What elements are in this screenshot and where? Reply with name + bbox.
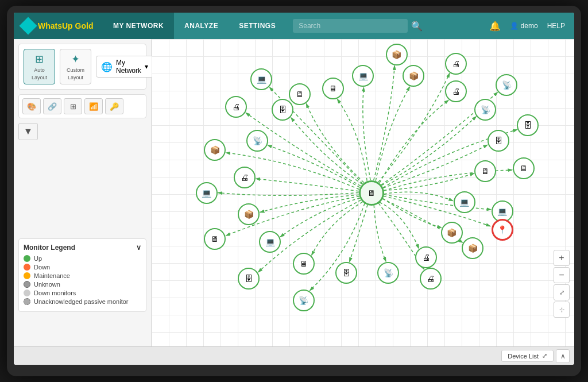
zoom-in-button[interactable]: +	[554, 250, 570, 266]
nav-logo: WhatsUp Gold	[14, 13, 103, 39]
node-icon: 🖨	[452, 87, 460, 96]
network-node-center[interactable]: 🖥	[359, 180, 384, 206]
network-node[interactable]: 📡	[293, 290, 315, 311]
select-area-button[interactable]: ⊹	[554, 302, 570, 318]
node-icon: 🗄	[494, 136, 502, 145]
monitor-legend: Monitor Legend ∨ Up Down Maintenance	[18, 238, 146, 312]
device-list-expand-icon: ⤢	[542, 352, 547, 360]
network-node[interactable]: 💻	[259, 231, 281, 253]
user-menu[interactable]: 👤 demo	[510, 22, 538, 30]
node-icon: 📡	[299, 296, 308, 305]
link-icon-btn[interactable]: 🔗	[43, 98, 61, 114]
grid-icon-btn[interactable]: ⊞	[64, 98, 82, 114]
custom-layout-button[interactable]: ✦ Custom Layout	[60, 49, 91, 84]
nav-item-analyze[interactable]: ANALYZE	[174, 13, 229, 39]
icon-toolbar: 🎨 🔗 ⊞ 📶 🔑	[18, 94, 146, 118]
nav-items: MY NETWORK ANALYZE SETTINGS	[103, 13, 286, 39]
legend-item-passive: Unacknowledged passive monitor	[24, 298, 141, 305]
network-node[interactable]: 💻	[250, 68, 272, 90]
network-node[interactable]: 📡	[246, 130, 268, 152]
network-node[interactable]: 🖨	[225, 96, 247, 118]
notification-icon[interactable]: 🔔	[489, 21, 501, 32]
network-node[interactable]: 💻	[454, 191, 475, 213]
network-node[interactable]: 🖨	[415, 246, 437, 268]
node-icon: 💻	[202, 188, 211, 198]
node-icon: 🗄	[278, 105, 287, 114]
layout-toolbar: ⊞ Auto Layout ✦ Custom Layout 🌐 My Netwo…	[18, 44, 146, 90]
network-node[interactable]: 📡	[377, 262, 399, 284]
search-input[interactable]	[293, 19, 408, 33]
node-icon: 📦	[409, 71, 419, 80]
legend-collapse-icon[interactable]: ∨	[136, 244, 141, 252]
network-node[interactable]: 💻	[352, 65, 374, 87]
zoom-controls: + − ⤢ ⊹	[554, 250, 570, 318]
network-node[interactable]: 🖨	[445, 80, 467, 102]
legend-label-down: Down	[34, 264, 50, 271]
alert-node-icon: 📍	[497, 225, 507, 234]
network-node[interactable]: 📦	[204, 139, 226, 161]
node-icon: 🖥	[300, 259, 308, 268]
network-node[interactable]: 🖨	[445, 53, 467, 75]
network-node[interactable]: 🖥	[322, 78, 344, 99]
search-icon[interactable]: 🔍	[411, 21, 423, 32]
node-icon: 💻	[358, 71, 368, 80]
network-node[interactable]: 📦	[441, 222, 463, 244]
network-node[interactable]: 🖥	[204, 228, 226, 250]
key-icon-btn[interactable]: 🔑	[105, 98, 123, 114]
nav-item-settings[interactable]: SETTINGS	[229, 13, 286, 39]
wifi-icon-btn[interactable]: 📶	[84, 98, 103, 114]
network-node[interactable]: 🗄	[238, 268, 260, 290]
zoom-out-button[interactable]: −	[554, 267, 570, 283]
network-node[interactable]: 📦	[238, 203, 260, 225]
auto-layout-icon: ⊞	[35, 53, 44, 65]
network-node[interactable]: 🖨	[420, 268, 442, 290]
network-node[interactable]: 🖥	[293, 253, 315, 275]
node-icon: 💻	[459, 198, 469, 207]
node-icon: 📡	[253, 136, 262, 145]
unknown-status-dot	[24, 281, 30, 288]
node-icon: 🖨	[452, 59, 460, 68]
network-node[interactable]: 📦	[403, 65, 424, 87]
filter-button[interactable]: ▼	[18, 123, 38, 140]
node-icon: 💻	[265, 237, 275, 246]
map-area: 🖥🖥💻📦🖨📡🗄🖥💻📦🖨📡🗄🖥💻📦🖨📡🗄🖥💻📦🖨📡🗄🖥💻📦🖨📡🗄🖥💻📦🖨📍 + −…	[152, 39, 574, 346]
legend-item-unknown: Unknown	[24, 281, 141, 288]
maintenance-status-dot	[24, 272, 30, 279]
network-selector[interactable]: 🌐 My Network ▾	[96, 56, 153, 78]
network-selector-label: My Network	[116, 59, 141, 75]
network-node[interactable]: 🖥	[289, 83, 311, 105]
node-icon: 📦	[244, 210, 254, 219]
network-node[interactable]: 🗄	[517, 114, 539, 136]
network-node[interactable]: 💻	[196, 182, 218, 204]
node-icon: 🗄	[245, 274, 253, 283]
nav-item-mynetwork[interactable]: MY NETWORK	[103, 13, 174, 39]
panel-collapse-button[interactable]: ∧	[556, 349, 570, 363]
network-node[interactable]: 📦	[462, 237, 483, 259]
node-icon: 🗄	[524, 121, 532, 130]
device-list-button[interactable]: Device List ⤢	[501, 350, 554, 362]
nav-search: 🔍	[286, 13, 479, 39]
network-node[interactable]: 🖥	[513, 157, 535, 179]
network-node[interactable]: 🗄	[335, 262, 357, 284]
network-node[interactable]: 🖥	[474, 160, 496, 182]
node-icon: 📦	[210, 145, 220, 155]
main-content: ⊞ Auto Layout ✦ Custom Layout 🌐 My Netwo…	[14, 39, 574, 346]
node-icon: 📦	[447, 228, 457, 237]
network-node[interactable]: 🗄	[488, 130, 509, 152]
network-node[interactable]: 📡	[496, 74, 517, 96]
network-node-alert[interactable]: 📍	[492, 219, 513, 241]
fit-screen-button[interactable]: ⤢	[554, 284, 570, 300]
auto-layout-button[interactable]: ⊞ Auto Layout	[24, 49, 55, 84]
legend-title: Monitor Legend	[24, 244, 75, 252]
monitor-screen: WhatsUp Gold MY NETWORK ANALYZE SETTINGS…	[14, 13, 574, 365]
node-icon: 🖨	[422, 253, 430, 262]
network-node[interactable]: 📦	[386, 44, 408, 65]
palette-icon-btn[interactable]: 🎨	[22, 98, 41, 114]
network-node[interactable]: 📡	[474, 99, 496, 121]
node-icon: 🖥	[329, 84, 337, 93]
help-link[interactable]: HELP	[547, 22, 565, 30]
dropdown-arrow-icon: ▾	[145, 63, 148, 71]
network-node[interactable]: 🖨	[234, 167, 256, 188]
bottom-toolbar: Device List ⤢ ∧	[14, 346, 574, 365]
network-node[interactable]: 🗄	[272, 99, 293, 121]
